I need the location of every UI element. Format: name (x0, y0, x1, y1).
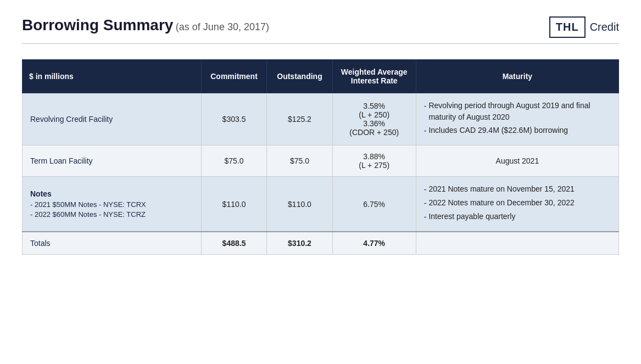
outstanding-cell: $310.2 (267, 232, 332, 255)
facility-cell: Notes- 2021 $50MM Notes - NYSE: TCRX- 20… (23, 177, 202, 232)
col-header-maturity: Maturity (416, 60, 618, 93)
rate-line: 6.75% (341, 200, 408, 209)
page-subtitle: (as of June 30, 2017) (176, 21, 269, 32)
facility-cell: Term Loan Facility (23, 145, 202, 177)
notes-bullet: - 2021 $50MM Notes - NYSE: TCRX (30, 200, 193, 209)
maturity-text: Revolving period through August 2019 and… (428, 100, 611, 123)
table-row: Totals$488.5$310.24.77% (23, 232, 619, 255)
logo-thl: THL (549, 16, 586, 38)
col-header-commitment: Commitment (201, 60, 266, 93)
maturity-bullet: -2021 Notes mature on November 15, 2021 (424, 183, 611, 195)
rate-line: 4.77% (341, 239, 408, 248)
col-header-rate: Weighted Average Interest Rate (332, 60, 416, 93)
commitment-cell: $110.0 (201, 177, 266, 232)
maturity-bullet: -Includes CAD 29.4M ($22.6M) borrowing (424, 125, 611, 137)
maturity-text: 2021 Notes mature on November 15, 2021 (428, 183, 574, 195)
commitment-cell: $488.5 (201, 232, 266, 255)
rate-cell: 4.77% (332, 232, 416, 255)
table-row: Revolving Credit Facility$303.5$125.23.5… (23, 93, 619, 145)
rate-line: 3.88% (341, 152, 408, 161)
rate-line: (L + 275) (341, 161, 408, 170)
commitment-cell: $303.5 (201, 93, 266, 145)
outstanding-cell: $125.2 (267, 93, 332, 145)
notes-bullet: - 2022 $60MM Notes - NYSE: TCRZ (30, 210, 193, 219)
rate-line: (CDOR + 250) (341, 128, 408, 137)
maturity-text: Interest payable quarterly (428, 211, 515, 222)
notes-header: Notes (30, 189, 193, 198)
header-divider (22, 43, 619, 44)
outstanding-cell: $75.0 (267, 145, 332, 177)
table-header-row: $ in millions Commitment Outstanding Wei… (23, 60, 619, 93)
commitment-cell: $75.0 (201, 145, 266, 177)
table-row: Term Loan Facility$75.0$75.03.88%(L + 27… (23, 145, 619, 177)
maturity-cell (416, 232, 618, 255)
maturity-text: Includes CAD 29.4M ($22.6M) borrowing (428, 125, 568, 136)
rate-line: (L + 250) (341, 110, 408, 119)
col-header-facility: $ in millions (23, 60, 202, 93)
rate-cell: 6.75% (332, 177, 416, 232)
facility-cell: Revolving Credit Facility (23, 93, 202, 145)
maturity-cell: August 2021 (416, 145, 618, 177)
title-area: Borrowing Summary (as of June 30, 2017) (22, 16, 269, 34)
maturity-cell: -Revolving period through August 2019 an… (416, 93, 618, 145)
facility-cell: Totals (23, 232, 202, 255)
rate-cell: 3.88%(L + 275) (332, 145, 416, 177)
outstanding-cell: $110.0 (267, 177, 332, 232)
logo-name: Credit (590, 21, 619, 33)
rate-cell: 3.58%(L + 250)3.36%(CDOR + 250) (332, 93, 416, 145)
maturity-bullet: -2022 Notes mature on December 30, 2022 (424, 197, 611, 209)
table-row: Notes- 2021 $50MM Notes - NYSE: TCRX- 20… (23, 177, 619, 232)
maturity-cell: -2021 Notes mature on November 15, 2021-… (416, 177, 618, 232)
rate-line: 3.36% (341, 119, 408, 128)
borrowing-summary-table: $ in millions Commitment Outstanding Wei… (22, 59, 619, 255)
page-title: Borrowing Summary (22, 16, 173, 33)
maturity-bullet: -Interest payable quarterly (424, 211, 611, 223)
col-header-outstanding: Outstanding (267, 60, 332, 93)
logo-area: THL Credit (549, 16, 619, 38)
maturity-bullet: -Revolving period through August 2019 an… (424, 100, 611, 123)
maturity-text: 2022 Notes mature on December 30, 2022 (428, 197, 574, 209)
rate-line: 3.58% (341, 102, 408, 110)
page-header: Borrowing Summary (as of June 30, 2017) … (22, 16, 619, 38)
